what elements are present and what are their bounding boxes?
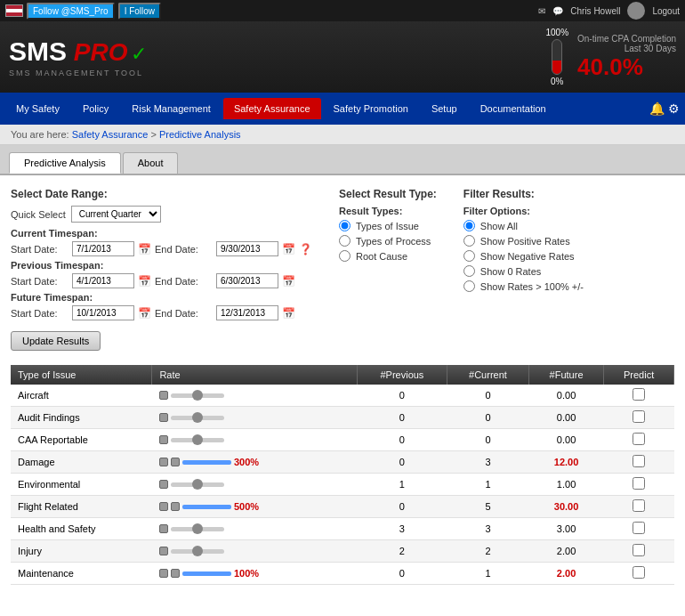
help-icon[interactable]: ❓: [299, 243, 312, 255]
quick-select-dropdown[interactable]: Current Quarter: [71, 206, 161, 223]
filter-radio-4[interactable]: [463, 280, 475, 292]
predict-checkbox[interactable]: [633, 477, 645, 490]
settings-icon[interactable]: ⚙: [668, 101, 680, 116]
filter-radio-1[interactable]: [463, 235, 475, 247]
twitter-follow-button[interactable]: Follow @SMS_Pro: [27, 3, 115, 20]
slider-thumb[interactable]: [192, 523, 203, 534]
slider-handle[interactable]: [159, 413, 168, 422]
predict-checkbox[interactable]: [633, 566, 645, 579]
future-end-calendar-icon[interactable]: 📅: [282, 307, 295, 320]
result-type-option-2[interactable]: Root Cause: [339, 250, 437, 262]
cell-predict[interactable]: [604, 385, 674, 407]
previous-end-calendar-icon[interactable]: 📅: [282, 275, 295, 288]
chat-icon[interactable]: 💬: [552, 6, 563, 16]
cell-rate[interactable]: [152, 429, 357, 451]
slider-handle-mid[interactable]: [171, 458, 180, 466]
slider-thumb[interactable]: [192, 390, 203, 401]
tab-about[interactable]: About: [123, 152, 179, 174]
future-end-input[interactable]: [216, 305, 278, 320]
previous-end-input[interactable]: [216, 273, 278, 288]
predict-checkbox[interactable]: [633, 499, 645, 512]
future-start-input[interactable]: [72, 305, 134, 320]
slider-handle[interactable]: [159, 547, 168, 555]
cell-predict[interactable]: [604, 540, 674, 563]
slider-thumb[interactable]: [192, 479, 203, 490]
current-end-calendar-icon[interactable]: 📅: [282, 243, 295, 255]
slider-handle-left[interactable]: [159, 502, 168, 511]
cell-predict[interactable]: [604, 474, 674, 496]
update-results-button[interactable]: Update Results: [11, 331, 101, 351]
previous-start-calendar-icon[interactable]: 📅: [138, 275, 151, 288]
slider-handle-left[interactable]: [159, 569, 168, 578]
user-name-link[interactable]: Chris Howell: [570, 6, 620, 16]
nav-safety-promotion[interactable]: Safety Promotion: [323, 98, 419, 119]
nav-risk-management[interactable]: Risk Management: [121, 98, 222, 119]
predict-checkbox[interactable]: [633, 544, 645, 556]
cell-rate[interactable]: [152, 518, 357, 540]
cell-predict[interactable]: [604, 563, 674, 585]
nav-setup[interactable]: Setup: [421, 98, 468, 119]
filter-option-4[interactable]: Show Rates > 100% +/-: [463, 280, 584, 292]
result-type-option-0[interactable]: Types of Issue: [339, 220, 437, 231]
alert-icon[interactable]: 🔔: [649, 101, 665, 116]
current-start-calendar-icon[interactable]: 📅: [138, 243, 151, 255]
cell-rate[interactable]: [152, 385, 357, 407]
cell-rate[interactable]: 300%: [152, 451, 357, 474]
rate-bar: [182, 505, 231, 509]
slider-handle[interactable]: [159, 435, 168, 444]
predict-checkbox[interactable]: [633, 410, 645, 423]
future-start-calendar-icon[interactable]: 📅: [138, 307, 151, 320]
current-end-input[interactable]: [216, 241, 278, 256]
cell-rate[interactable]: [152, 407, 357, 429]
slider-handle-mid[interactable]: [171, 502, 180, 511]
breadcrumb-level1[interactable]: Safety Assurance: [72, 129, 149, 140]
nav-documentation[interactable]: Documentation: [470, 98, 557, 119]
cell-rate[interactable]: [152, 540, 357, 563]
predict-checkbox[interactable]: [633, 455, 645, 467]
cell-rate[interactable]: 100%: [152, 563, 357, 585]
cell-rate[interactable]: [152, 474, 357, 496]
slider-handle-left[interactable]: [159, 458, 168, 466]
predict-checkbox[interactable]: [633, 522, 645, 534]
slider-handle[interactable]: [159, 480, 168, 489]
result-type-radio-2[interactable]: [339, 250, 351, 262]
breadcrumb-level2[interactable]: Predictive Analysis: [159, 129, 241, 140]
cell-rate[interactable]: 500%: [152, 496, 357, 518]
linkedin-follow-button[interactable]: I Follow: [118, 3, 161, 20]
slider-handle[interactable]: [159, 391, 168, 400]
cell-predict[interactable]: [604, 496, 674, 518]
filter-option-1[interactable]: Show Positive Rates: [463, 235, 584, 247]
cell-predict[interactable]: [604, 407, 674, 429]
cell-predict[interactable]: [604, 429, 674, 451]
current-start-input[interactable]: [72, 241, 134, 256]
filter-radio-3[interactable]: [463, 265, 475, 277]
nav-policy[interactable]: Policy: [72, 98, 119, 119]
nav-safety-assurance[interactable]: Safety Assurance: [223, 98, 321, 119]
cell-previous: 3: [357, 518, 447, 540]
nav-my-safety[interactable]: My Safety: [5, 98, 70, 119]
slider-thumb[interactable]: [192, 434, 203, 445]
result-type-option-1[interactable]: Types of Process: [339, 235, 437, 247]
cell-predict[interactable]: [604, 451, 674, 474]
result-type-radio-1[interactable]: [339, 235, 351, 247]
filter-option-0[interactable]: Show All: [463, 220, 584, 231]
filter-option-2[interactable]: Show Negative Rates: [463, 250, 584, 262]
envelope-icon[interactable]: ✉: [538, 6, 545, 16]
slider-handle[interactable]: [159, 524, 168, 533]
cell-predict[interactable]: [604, 518, 674, 540]
slider-track: [171, 393, 224, 398]
predict-checkbox[interactable]: [633, 433, 645, 445]
filter-option-3[interactable]: Show 0 Rates: [463, 265, 584, 277]
result-types-sublabel: Result Types:: [339, 206, 437, 216]
logout-link[interactable]: Logout: [652, 6, 680, 16]
tab-predictive-analysis[interactable]: Predictive Analysis: [9, 152, 121, 174]
slider-thumb[interactable]: [192, 546, 203, 556]
filter-radio-2[interactable]: [463, 250, 475, 262]
slider-handle-mid[interactable]: [171, 569, 180, 578]
predict-checkbox[interactable]: [633, 388, 645, 401]
result-type-radio-0[interactable]: [339, 220, 351, 231]
filter-radio-0[interactable]: [463, 220, 475, 231]
cell-future: 3.00: [528, 518, 603, 540]
previous-start-input[interactable]: [72, 273, 134, 288]
slider-thumb[interactable]: [192, 412, 203, 423]
